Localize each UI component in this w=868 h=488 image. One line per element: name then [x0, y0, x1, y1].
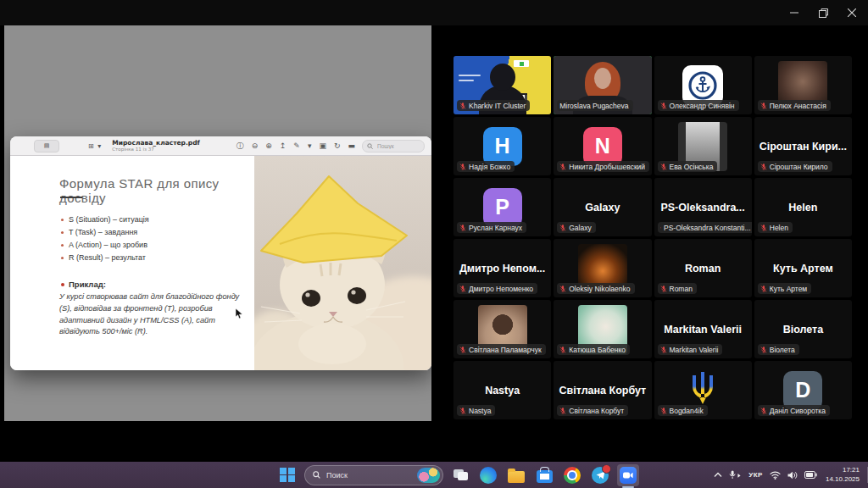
participant-tile[interactable]: HНадія Божко: [453, 117, 551, 175]
participant-tile[interactable]: GalaxyGalaxy: [554, 178, 651, 236]
bullet-dot-icon: [61, 283, 64, 286]
share-icon[interactable]: ↥: [280, 141, 287, 150]
rotate-icon[interactable]: ↻: [334, 141, 341, 150]
sidebar-toggle-button[interactable]: ▤: [34, 140, 59, 152]
restore-button[interactable]: [809, 0, 837, 25]
language-indicator[interactable]: УКР: [748, 471, 763, 479]
participant-name-label: Kharkiv IT Cluster: [457, 100, 530, 111]
participant-name-text: Куть Артем: [770, 285, 807, 293]
document-title: Мирослава_кластер.pdf Сторінка 11 із 37: [112, 140, 200, 152]
participant-tile[interactable]: Markitan ValeriiMarkitan Valerii: [654, 300, 752, 358]
search-highlights-image[interactable]: [417, 468, 440, 483]
participant-name-label: Олександр Синявін: [658, 100, 739, 111]
participant-tile[interactable]: PS-Oleksandra...PS-Oleksandra Konstanti.…: [654, 178, 752, 236]
zoom-in-icon[interactable]: ⊕: [265, 141, 272, 150]
close-button[interactable]: [837, 0, 866, 25]
participant-name-text: Markitan Valerii: [670, 346, 719, 354]
letter-avatar: P: [483, 188, 522, 227]
participant-name-text: PS-Oleksandra Konstanti...: [664, 224, 751, 232]
participant-name-label: Nastya: [457, 405, 495, 416]
mouse-cursor: [236, 308, 243, 319]
participant-tile[interactable]: NastyaNastya: [453, 361, 551, 419]
taskbar-search-input[interactable]: [325, 470, 413, 480]
chrome-button[interactable]: [561, 464, 583, 486]
hidden-icons-chevron[interactable]: [714, 472, 722, 478]
store-button[interactable]: [533, 464, 555, 486]
participant-tile[interactable]: Ева Осінська: [654, 117, 752, 175]
participant-tile[interactable]: Дмитро Непом...Дмитро Непоменко: [453, 239, 551, 297]
pdf-search-input[interactable]: [376, 142, 416, 150]
participant-tile[interactable]: RomanRoman: [654, 239, 752, 297]
search-icon: [367, 143, 373, 149]
slide-bullet-list: S (Situation) – ситуаціяT (Task) – завда…: [61, 215, 149, 266]
letter-avatar: H: [483, 127, 522, 166]
participant-tile[interactable]: NНикита Дробышевский: [554, 117, 651, 175]
zoom-out-icon[interactable]: ⊖: [252, 141, 259, 150]
telegram-button[interactable]: [589, 464, 611, 486]
letter-avatar: D: [783, 371, 822, 410]
participant-center-name: Roman: [683, 263, 722, 274]
minimize-button[interactable]: [780, 0, 809, 25]
participant-tile[interactable]: Miroslava Pugacheva: [554, 56, 651, 114]
participant-tile[interactable]: PРуслан Карнаух: [453, 178, 551, 236]
participant-tile[interactable]: Олександр Синявін: [654, 56, 752, 114]
participant-name-text: Galaxy: [569, 224, 591, 232]
participant-center-name: Сіроштан Кири...: [758, 141, 849, 152]
participant-tile[interactable]: Bogdan4ik: [654, 361, 752, 419]
mic-muted-icon: [459, 285, 466, 293]
participant-tile[interactable]: DДаніл Сиворотка: [754, 361, 852, 419]
participant-center-name: Markitan Valerii: [662, 324, 743, 336]
select-icon[interactable]: ▣: [319, 141, 326, 150]
markup-icon[interactable]: ✎: [293, 141, 300, 150]
chevron-down-icon[interactable]: ▾: [308, 141, 312, 150]
participant-tile[interactable]: Катюша Бабенко: [554, 300, 651, 358]
bullet-dot-icon: [61, 257, 64, 259]
participant-tile[interactable]: Kharkiv IT Cluster: [453, 56, 551, 114]
search-icon: [313, 471, 320, 479]
file-explorer-button[interactable]: [505, 464, 527, 486]
participant-tile[interactable]: Oleksiy Nikolaenko: [554, 239, 651, 297]
participant-tile[interactable]: HelenHelen: [754, 178, 852, 236]
mic-muted-icon: [459, 407, 466, 415]
anchor-logo-icon: [688, 71, 717, 100]
highlight-icon[interactable]: ▬: [348, 141, 355, 150]
participant-name-text: Roman: [670, 285, 693, 293]
participant-name-text: Віолета: [770, 346, 795, 354]
participant-tile[interactable]: Куть АртемКуть Артем: [754, 239, 852, 297]
bullet-text: T (Task) – завдання: [69, 228, 137, 236]
pdf-search-field[interactable]: [362, 140, 425, 152]
telegram-icon: [592, 467, 609, 484]
participant-name-label: Oleksiy Nikolaenko: [557, 283, 634, 294]
volume-icon[interactable]: [787, 471, 798, 480]
microphone-tray-icon[interactable]: [729, 470, 742, 480]
mic-muted-icon: [459, 163, 466, 171]
battery-icon[interactable]: [804, 471, 817, 479]
participant-tile[interactable]: Сіроштан Кири...Сіроштан Кирило: [754, 117, 852, 175]
edge-button[interactable]: [477, 464, 499, 486]
info-icon[interactable]: ⓘ: [236, 141, 244, 152]
participant-tile[interactable]: Світлана Паламарчук: [453, 300, 551, 358]
participant-tile[interactable]: Пелюх Анастасія: [754, 56, 852, 114]
slide-bullet: S (Situation) – ситуація: [61, 215, 149, 224]
participant-tile[interactable]: Світлана КорбутСвітлана Корбут: [554, 361, 651, 419]
participant-center-name: PS-Oleksandra...: [659, 202, 746, 214]
participant-name-text: Bogdan4ik: [670, 407, 704, 415]
participant-name-text: Дмитро Непоменко: [469, 285, 533, 293]
view-menu-button[interactable]: ⊞ ▾: [88, 142, 102, 150]
participant-tile[interactable]: ВіолетаВіолета: [754, 300, 852, 358]
notification-badge: [602, 464, 611, 474]
tray-clock[interactable]: 17:21 14.10.2025: [826, 466, 860, 484]
taskbar-apps: [276, 462, 639, 488]
participant-name-label: Куть Артем: [758, 283, 811, 294]
start-button[interactable]: [276, 464, 298, 486]
wifi-icon[interactable]: [770, 471, 781, 480]
task-view-button[interactable]: [449, 464, 471, 486]
participant-name-text: Руслан Карнаух: [469, 224, 522, 232]
participant-name-label: Miroslava Pugacheva: [557, 100, 632, 111]
bullet-dot-icon: [61, 244, 64, 247]
zoom-button[interactable]: [617, 464, 639, 486]
participant-name-label: Bogdan4ik: [658, 405, 708, 416]
taskbar-search[interactable]: [304, 465, 443, 485]
participant-name-label: Світлана Корбут: [557, 405, 628, 416]
participant-name-text: Nastya: [469, 407, 491, 415]
